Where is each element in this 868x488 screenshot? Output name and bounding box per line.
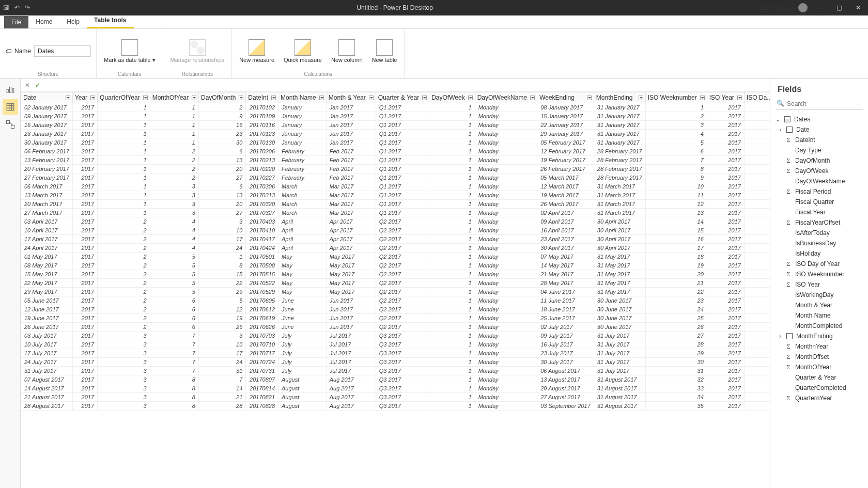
filter-dropdown-icon[interactable] [239, 96, 243, 100]
filter-dropdown-icon[interactable] [468, 96, 473, 100]
cell[interactable]: 20170731 [246, 367, 278, 375]
cell[interactable] [744, 253, 770, 261]
cell[interactable]: 20170410 [246, 226, 278, 235]
cell[interactable]: 01 May 2017 [21, 253, 73, 261]
cell[interactable]: 20170605 [246, 296, 278, 305]
cell[interactable]: 3 [150, 182, 198, 191]
cell[interactable]: 31 May 2017 [594, 279, 645, 288]
column-header[interactable]: MonthEnding [594, 92, 645, 103]
cell[interactable]: Q2 2017 [376, 296, 429, 305]
cell[interactable]: Jul 2017 [326, 367, 376, 375]
manage-relationships-button[interactable]: Manage relationships [168, 38, 227, 64]
cell[interactable]: 32 [645, 375, 707, 384]
cell[interactable]: 12 [198, 305, 245, 314]
cell[interactable]: 2017 [72, 244, 97, 253]
user-name[interactable]: Sam McKay [760, 4, 793, 11]
table-row[interactable]: 20 March 20172017132020170320MarchMar 20… [21, 200, 770, 209]
cell[interactable]: 2017 [72, 314, 97, 323]
table-row[interactable]: 27 February 20172017122720170227February… [21, 174, 770, 182]
cell[interactable]: 1 [429, 103, 475, 112]
cell[interactable]: May [278, 253, 327, 261]
cell[interactable]: May [278, 270, 327, 279]
cell[interactable]: 2 [198, 103, 245, 112]
cell[interactable]: 5 [150, 270, 198, 279]
cell[interactable]: 2017 [72, 279, 97, 288]
filter-dropdown-icon[interactable] [90, 96, 95, 100]
cell[interactable]: 24 [645, 305, 707, 314]
cell[interactable]: 30 April 2017 [537, 244, 594, 253]
cell[interactable]: 3 [98, 375, 150, 384]
cell[interactable]: 10 July 2017 [21, 340, 73, 349]
cell[interactable]: 7 [645, 156, 707, 165]
cell[interactable]: 31 July 2017 [594, 358, 645, 367]
filter-dropdown-icon[interactable] [319, 96, 324, 100]
field-item[interactable]: ›MonthEnding [773, 331, 865, 341]
column-header[interactable]: Date [21, 92, 73, 103]
cell[interactable]: Monday [475, 367, 537, 375]
cell[interactable]: 2017 [707, 226, 744, 235]
cell[interactable]: June [278, 323, 327, 332]
cell[interactable]: 11 [645, 191, 707, 200]
cell[interactable]: 16 [645, 235, 707, 244]
cell[interactable]: 20170814 [246, 384, 278, 393]
cell[interactable]: Monday [475, 375, 537, 384]
cell[interactable]: 1 [429, 200, 475, 209]
cell[interactable]: 29 May 2017 [21, 288, 73, 296]
table-row[interactable]: 30 January 20172017113020170130JanuaryJa… [21, 138, 770, 147]
cell[interactable]: 2017 [707, 253, 744, 261]
field-item[interactable]: Fiscal Year [773, 207, 865, 217]
cell[interactable]: 2017 [707, 261, 744, 270]
cell[interactable]: Monday [475, 200, 537, 209]
cell[interactable]: 3 [150, 200, 198, 209]
cell[interactable]: 6 [198, 182, 245, 191]
cell[interactable]: 1 [429, 112, 475, 121]
cancel-formula-button[interactable]: ✕ [25, 82, 30, 89]
cell[interactable]: 1 [98, 121, 150, 130]
cell[interactable]: 6 [150, 314, 198, 323]
cell[interactable]: 1 [429, 147, 475, 156]
cell[interactable]: Monday [475, 244, 537, 253]
cell[interactable]: 2 [98, 235, 150, 244]
cell[interactable]: 2 [98, 323, 150, 332]
cell[interactable]: 8 [150, 384, 198, 393]
cell[interactable] [744, 358, 770, 367]
field-item[interactable]: Day Type [773, 145, 865, 155]
cell[interactable] [744, 226, 770, 235]
cell[interactable]: Q1 2017 [376, 103, 429, 112]
table-row[interactable]: 26 June 20172017262620170626JuneJun 2017… [21, 323, 770, 332]
cell[interactable]: 15 May 2017 [21, 270, 73, 279]
cell[interactable] [744, 393, 770, 402]
cell[interactable]: 2017 [707, 375, 744, 384]
cell[interactable]: 1 [429, 261, 475, 270]
cell[interactable]: Q1 2017 [376, 130, 429, 138]
cell[interactable]: January [278, 130, 327, 138]
cell[interactable]: Monday [475, 138, 537, 147]
cell[interactable]: 27 [645, 332, 707, 340]
table-row[interactable]: 22 May 20172017252220170522MayMay 2017Q2… [21, 279, 770, 288]
cell[interactable]: February [278, 165, 327, 174]
cell[interactable]: 1 [98, 112, 150, 121]
cell[interactable]: Monday [475, 130, 537, 138]
cell[interactable]: 31 March 2017 [594, 191, 645, 200]
cell[interactable]: 27 March 2017 [21, 209, 73, 217]
cell[interactable]: 02 January 2017 [21, 103, 73, 112]
cell[interactable] [744, 402, 770, 411]
cell[interactable]: 1 [429, 226, 475, 235]
cell[interactable]: 1 [429, 156, 475, 165]
cell[interactable] [744, 279, 770, 288]
cell[interactable]: 2017 [72, 138, 97, 147]
cell[interactable]: 2017 [72, 191, 97, 200]
cell[interactable]: 2017 [72, 130, 97, 138]
cell[interactable]: 2017 [707, 296, 744, 305]
cell[interactable]: 2017 [72, 209, 97, 217]
cell[interactable]: 19 [645, 261, 707, 270]
column-header[interactable]: ISO Year [707, 92, 744, 103]
cell[interactable]: 20 August 2017 [537, 384, 594, 393]
cell[interactable]: 10 [645, 182, 707, 191]
cell[interactable]: Q3 2017 [376, 402, 429, 411]
cell[interactable]: 30 [198, 138, 245, 147]
cell[interactable]: 23 January 2017 [21, 130, 73, 138]
minimize-icon[interactable]: — [813, 4, 827, 11]
cell[interactable]: 18 June 2017 [537, 305, 594, 314]
filter-dropdown-icon[interactable] [369, 96, 374, 100]
